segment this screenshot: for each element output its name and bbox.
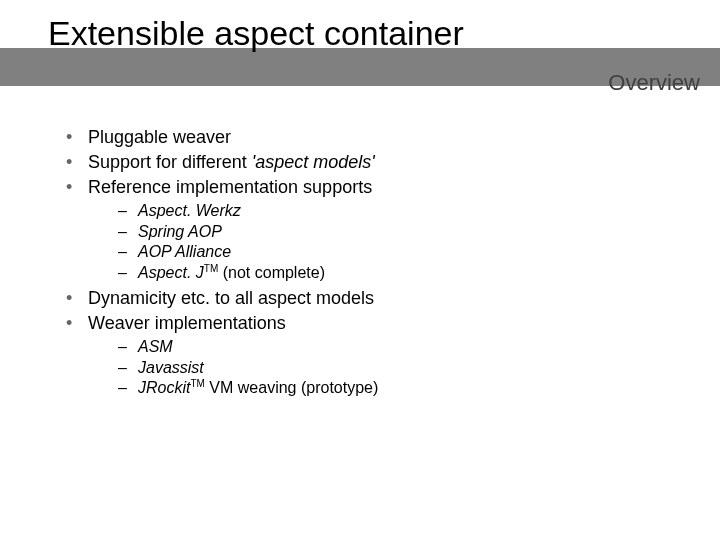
sub-bullet-item: Aspect. JTM (not complete) [116, 263, 378, 284]
sub-bullet-item: Javassist [116, 358, 378, 378]
slide-body: Pluggable weaver Support for different '… [62, 126, 378, 403]
bullet-text-italic: 'aspect models' [252, 152, 375, 172]
slide-title: Extensible aspect container [48, 14, 464, 53]
sub-bullet-item: JRockitTM VM weaving (prototype) [116, 378, 378, 399]
bullet-text: Weaver implementations [88, 313, 286, 333]
sub-bullet-item: Spring AOP [116, 222, 378, 242]
sub-bullet-item: AOP Alliance [116, 242, 378, 262]
bullet-item: Reference implementation supports Aspect… [62, 176, 378, 283]
section-label: Overview [608, 70, 700, 96]
trademark-icon: TM [190, 378, 204, 389]
bullet-text: Support for different [88, 152, 252, 172]
sub-bullet-text: Aspect. J [138, 264, 204, 281]
bullet-item: Dynamicity etc. to all aspect models [62, 287, 378, 310]
sub-bullet-item: ASM [116, 337, 378, 357]
bullet-item: Pluggable weaver [62, 126, 378, 149]
sub-bullet-text: (not complete) [218, 264, 325, 281]
bullet-text: Reference implementation supports [88, 177, 372, 197]
sub-bullet-text: JRockit [138, 380, 190, 397]
sub-bullet-item: Aspect. Werkz [116, 201, 378, 221]
trademark-icon: TM [204, 263, 218, 274]
bullet-item: Weaver implementations ASM Javassist JRo… [62, 312, 378, 399]
sub-bullet-text: VM weaving (prototype) [205, 380, 378, 397]
bullet-item: Support for different 'aspect models' [62, 151, 378, 174]
